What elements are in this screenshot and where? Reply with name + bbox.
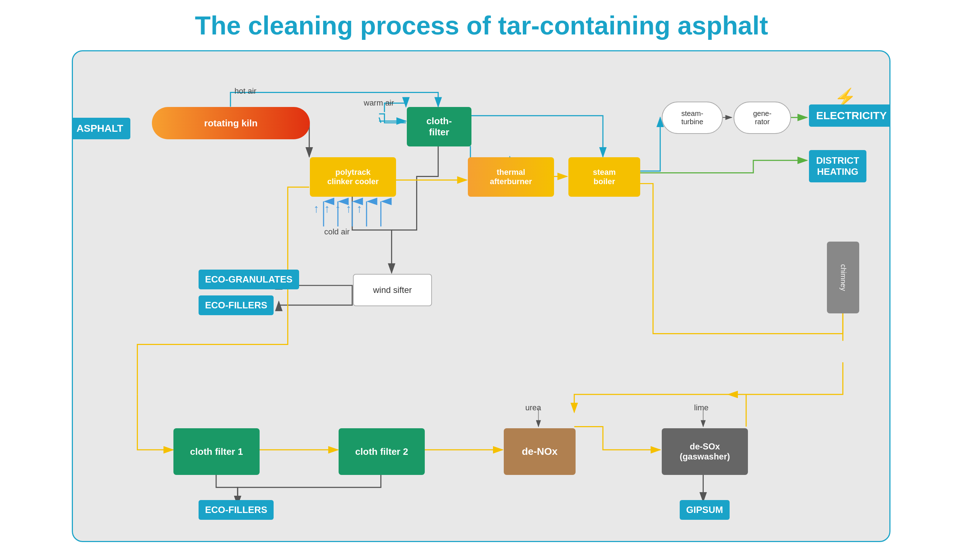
chimney-box: chimney (827, 241, 859, 313)
cloth-filter-top-box: cloth- filter (407, 107, 472, 146)
cold-arrow-3: ↑ (335, 202, 341, 215)
cold-air-arrows: ↑ ↑ ↑ ↑ ↑ (313, 202, 362, 215)
district-heating-box: DISTRICT HEATING (809, 150, 866, 182)
warm-air-label: warm air (364, 98, 394, 108)
asphalt-box: ASPHALT (72, 118, 130, 139)
hot-air-label: hot air (235, 86, 256, 96)
urea-label: urea (525, 403, 541, 413)
eco-fillers-bot-box: ECO-FILLERS (199, 500, 274, 520)
lime-label: lime (694, 403, 708, 413)
cold-arrow-5: ↑ (357, 202, 362, 215)
thermal-afterburner-box: thermal afterburner (468, 157, 554, 197)
page-title: The cleaning process of tar-containing a… (0, 0, 963, 47)
cold-arrow-1: ↑ (313, 202, 319, 215)
cold-arrow-2: ↑ (324, 202, 330, 215)
generator-box: gene- rator (734, 102, 791, 134)
gipsum-box: GIPSUM (680, 500, 730, 520)
steam-boiler-box: steam boiler (568, 157, 640, 197)
cloth-filter1-box: cloth filter 1 (173, 428, 259, 475)
wind-sifter-box: wind sifter (353, 274, 432, 306)
eco-fillers-top-box: ECO-FILLERS (199, 295, 274, 315)
denox-box: de-NOx (504, 428, 576, 475)
desox-box: de-SOx (gaswasher) (662, 428, 748, 475)
steam-turbine-box: steam- turbine (662, 102, 723, 134)
polytrack-box: polytrack clinker cooler (310, 157, 396, 197)
cloth-filter2-box: cloth filter 2 (339, 428, 425, 475)
diagram-container: ASPHALT hot air warm air rotating kiln c… (72, 50, 890, 542)
cold-arrow-4: ↑ (346, 202, 352, 215)
eco-granulates-box: ECO-GRANULATES (199, 270, 299, 289)
rotating-kiln-box: rotating kiln (152, 107, 310, 139)
cold-air-label: cold air (324, 227, 350, 236)
electricity-box: ELECTRICITY (809, 104, 890, 127)
